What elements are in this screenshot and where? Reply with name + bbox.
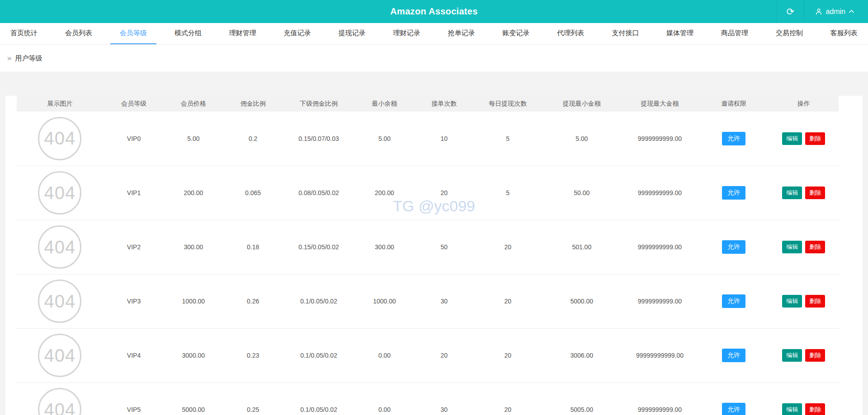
withdraw-max-cell: 9999999999.00 — [621, 112, 699, 166]
nav-tab-模式分组[interactable]: 模式分组 — [165, 23, 211, 44]
sub-commission-cell: 0.08/0.05/0.02 — [284, 166, 354, 220]
invite-permission-cell: 允许 — [699, 274, 769, 328]
sub-commission-cell: 0.15/0.05/0.02 — [284, 220, 354, 274]
invite-permission-cell: 允许 — [699, 382, 769, 415]
nav-tab-账变记录[interactable]: 账变记录 — [493, 23, 539, 44]
order-count-cell: 20 — [415, 328, 473, 382]
delete-button[interactable]: 删除 — [805, 132, 825, 145]
order-count-cell: 20 — [415, 166, 473, 220]
allow-button[interactable]: 允许 — [722, 132, 745, 145]
nav-tab-支付接口[interactable]: 支付接口 — [602, 23, 648, 44]
delete-button[interactable]: 删除 — [805, 403, 825, 415]
invite-permission-cell: 允许 — [699, 166, 769, 220]
username: admin — [826, 8, 845, 16]
column-header: 会员价格 — [165, 96, 222, 112]
nav-tab-媒体管理[interactable]: 媒体管理 — [657, 23, 703, 44]
user-menu[interactable]: admin — [804, 0, 868, 23]
withdraw-min-cell: 5000.00 — [542, 274, 621, 328]
refresh-button[interactable]: ⟳ — [776, 0, 804, 23]
commission-cell: 0.2 — [222, 112, 283, 166]
content-gap — [0, 72, 868, 79]
display-image-cell: 404 — [17, 166, 103, 220]
user-icon — [815, 8, 822, 15]
delete-button[interactable]: 删除 — [805, 187, 825, 199]
invite-permission-cell: 允许 — [699, 220, 769, 274]
placeholder-404-image: 404 — [38, 171, 81, 214]
column-header: 佣金比例 — [222, 96, 283, 112]
price-cell: 5.00 — [165, 112, 222, 166]
nav-tab-理财记录[interactable]: 理财记录 — [383, 23, 429, 44]
edit-button[interactable]: 编辑 — [782, 187, 802, 199]
min-balance-cell: 200.00 — [354, 166, 415, 220]
table-row: 404 VIP3 1000.00 0.26 0.1/0.05/0.02 1000… — [17, 274, 839, 328]
actions-cell: 编辑删除 — [769, 112, 839, 166]
edit-button[interactable]: 编辑 — [782, 132, 802, 145]
actions-cell: 编辑删除 — [769, 166, 839, 220]
price-cell: 300.00 — [165, 220, 222, 274]
withdraw-max-cell: 99999999999.00 — [621, 328, 699, 382]
placeholder-404-image: 404 — [38, 388, 81, 415]
daily-withdrawals-cell: 5 — [473, 166, 543, 220]
nav-tab-交易控制[interactable]: 交易控制 — [766, 23, 812, 44]
display-image-cell: 404 — [17, 328, 103, 382]
edit-button[interactable]: 编辑 — [782, 241, 802, 253]
edit-button[interactable]: 编辑 — [782, 295, 802, 308]
allow-button[interactable]: 允许 — [722, 186, 745, 200]
column-header: 每日提现次数 — [473, 96, 543, 112]
level-cell: VIP1 — [103, 166, 165, 220]
placeholder-404-image: 404 — [38, 117, 81, 160]
min-balance-cell: 0.00 — [354, 328, 415, 382]
nav-tab-充值记录[interactable]: 充值记录 — [274, 23, 321, 44]
column-header: 接单次数 — [415, 96, 473, 112]
column-header: 提现最小金额 — [542, 96, 621, 112]
nav-tab-会员等级[interactable]: 会员等级 — [110, 23, 156, 44]
edit-button[interactable]: 编辑 — [782, 349, 802, 362]
order-count-cell: 50 — [415, 220, 473, 274]
table-row: 404 VIP2 300.00 0.18 0.15/0.05/0.02 300.… — [17, 220, 839, 274]
level-cell: VIP0 — [103, 112, 165, 166]
column-header: 下级佣金比例 — [284, 96, 354, 112]
level-cell: VIP3 — [103, 274, 165, 328]
nav-tab-理财管理[interactable]: 理财管理 — [220, 23, 266, 44]
order-count-cell: 10 — [415, 112, 473, 166]
allow-button[interactable]: 允许 — [722, 403, 745, 415]
content-panel: 展示图片会员等级会员价格佣金比例下级佣金比例最小余额接单次数每日提现次数提现最小… — [5, 96, 863, 415]
table-row: 404 VIP4 3000.00 0.23 0.1/0.05/0.02 0.00… — [17, 328, 839, 382]
header-actions: ⟳ admin — [776, 0, 868, 23]
nav-tab-代理列表[interactable]: 代理列表 — [547, 23, 594, 44]
actions-cell: 编辑删除 — [769, 382, 839, 415]
daily-withdrawals-cell: 20 — [473, 382, 543, 415]
daily-withdrawals-cell: 20 — [473, 220, 543, 274]
placeholder-404-image: 404 — [38, 280, 81, 323]
refresh-icon: ⟳ — [787, 6, 795, 17]
level-cell: VIP4 — [103, 328, 165, 382]
daily-withdrawals-cell: 5 — [473, 112, 543, 166]
nav-tab-会员列表[interactable]: 会员列表 — [56, 23, 102, 44]
nav-tab-抢单记录[interactable]: 抢单记录 — [438, 23, 484, 44]
table-row: 404 VIP0 5.00 0.2 0.15/0.07/0.03 5.00 10… — [17, 112, 839, 166]
nav-tab-客服列表[interactable]: 客服列表 — [821, 23, 867, 44]
daily-withdrawals-cell: 20 — [473, 328, 543, 382]
min-balance-cell: 300.00 — [354, 220, 415, 274]
nav-tab-提现记录[interactable]: 提现记录 — [329, 23, 375, 44]
actions-cell: 编辑删除 — [769, 328, 839, 382]
actions-cell: 编辑删除 — [769, 274, 839, 328]
price-cell: 5000.00 — [165, 382, 222, 415]
allow-button[interactable]: 允许 — [722, 294, 745, 308]
allow-button[interactable]: 允许 — [722, 349, 745, 362]
sub-commission-cell: 0.15/0.07/0.03 — [284, 112, 354, 166]
withdraw-max-cell: 9999999999.00 — [621, 166, 699, 220]
allow-button[interactable]: 允许 — [722, 240, 745, 254]
delete-button[interactable]: 删除 — [805, 241, 825, 253]
display-image-cell: 404 — [17, 220, 103, 274]
nav-tab-商品管理[interactable]: 商品管理 — [712, 23, 758, 44]
edit-button[interactable]: 编辑 — [782, 403, 802, 415]
daily-withdrawals-cell: 20 — [473, 274, 543, 328]
invite-permission-cell: 允许 — [699, 112, 769, 166]
sub-commission-cell: 0.1/0.05/0.02 — [284, 382, 354, 415]
nav-tab-首页统计[interactable]: 首页统计 — [1, 23, 47, 44]
table-row: 404 VIP1 200.00 0.065 0.08/0.05/0.02 200… — [17, 166, 839, 220]
delete-button[interactable]: 删除 — [805, 349, 825, 362]
display-image-cell: 404 — [17, 112, 103, 166]
delete-button[interactable]: 删除 — [805, 295, 825, 308]
